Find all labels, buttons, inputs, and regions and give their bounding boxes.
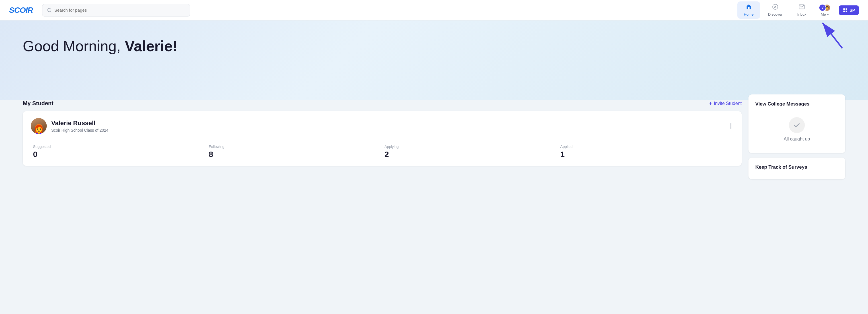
nav-actions: Home Discover Inbox [737,1,859,19]
check-circle [789,117,805,133]
stat-suggested-label: Suggested [33,145,204,149]
student-info-left: Valerie Russell Scoir High School Class … [31,118,108,134]
home-icon [746,4,752,11]
surveys-panel: Keep Track of Surveys [748,158,845,179]
stat-applied-label: Applied [560,145,732,149]
student-name: Valerie Russell [51,120,108,127]
me-avatars: V 🧑 [819,4,831,11]
svg-rect-9 [846,10,847,12]
avatar-image [31,118,47,134]
greeting-name: Valerie! [125,38,177,54]
stat-applied-value: 1 [560,150,732,159]
stat-following-value: 8 [209,150,380,159]
nav-me[interactable]: V 🧑 Me ▾ [815,2,834,19]
inbox-icon [799,4,805,11]
stat-applied: Applied 1 [558,145,734,159]
section-title: My Student [23,100,54,107]
main-content: My Student + Invite Student Valerie Russ… [0,94,868,195]
brand-logo[interactable]: SCOIR [9,6,33,15]
svg-line-1 [50,11,51,12]
nav-discover-label: Discover [768,12,783,17]
caught-up-area: All caught up [755,113,838,146]
surveys-title: Keep Track of Surveys [755,164,838,170]
greeting-prefix: Good Morning, [23,38,125,54]
student-school: Scoir High School Class of 2024 [51,128,108,132]
nav-me-label: Me ▾ [821,12,829,17]
nav-home-label: Home [744,12,753,17]
caught-up-text: All caught up [784,136,810,142]
plus-icon: + [709,100,712,107]
nav-discover[interactable]: Discover [763,1,788,19]
sp-label: SP [849,8,855,12]
nav-home[interactable]: Home [737,1,760,19]
right-column: View College Messages All caught up Keep… [748,94,845,184]
dot3 [730,127,732,129]
stat-following: Following 8 [207,145,382,159]
college-messages-title: View College Messages [755,101,838,107]
sp-button[interactable]: SP [839,5,859,15]
stats-row: Suggested 0 Following 8 Applying 2 Appli… [31,140,734,159]
stat-suggested-value: 0 [33,150,204,159]
svg-point-0 [48,8,51,12]
college-messages-panel: View College Messages All caught up [748,94,845,153]
invite-student-button[interactable]: + Invite Student [709,100,742,107]
me-avatar-v: V [819,4,826,11]
svg-rect-2 [748,7,750,9]
stat-following-label: Following [209,145,380,149]
stat-applying-label: Applying [384,145,556,149]
student-avatar [31,118,47,134]
stat-applying-value: 2 [384,150,556,159]
dot1 [730,123,732,125]
svg-marker-4 [774,6,776,8]
section-header: My Student + Invite Student [23,94,742,107]
left-column: My Student + Invite Student Valerie Russ… [23,94,742,184]
discover-icon [772,4,778,11]
grid-icon [843,8,848,13]
svg-rect-6 [843,8,845,10]
svg-rect-7 [846,8,847,10]
greeting: Good Morning, Valerie! [23,37,845,55]
navbar: SCOIR Home Discover [0,0,868,21]
student-details: Valerie Russell Scoir High School Class … [51,120,108,132]
svg-rect-8 [843,10,845,12]
invite-label: Invite Student [714,101,742,106]
dot2 [730,125,732,127]
student-card: Valerie Russell Scoir High School Class … [23,111,742,166]
search-icon [47,8,52,13]
stat-suggested: Suggested 0 [31,145,207,159]
check-icon [793,121,801,129]
stat-applying: Applying 2 [382,145,558,159]
nav-inbox[interactable]: Inbox [790,1,813,19]
search-input[interactable] [54,8,185,12]
nav-inbox-label: Inbox [797,12,806,17]
hero-section: Good Morning, Valerie! [0,21,868,100]
student-info-row: Valerie Russell Scoir High School Class … [31,118,734,134]
more-options-button[interactable] [728,122,734,130]
search-bar [42,4,190,17]
